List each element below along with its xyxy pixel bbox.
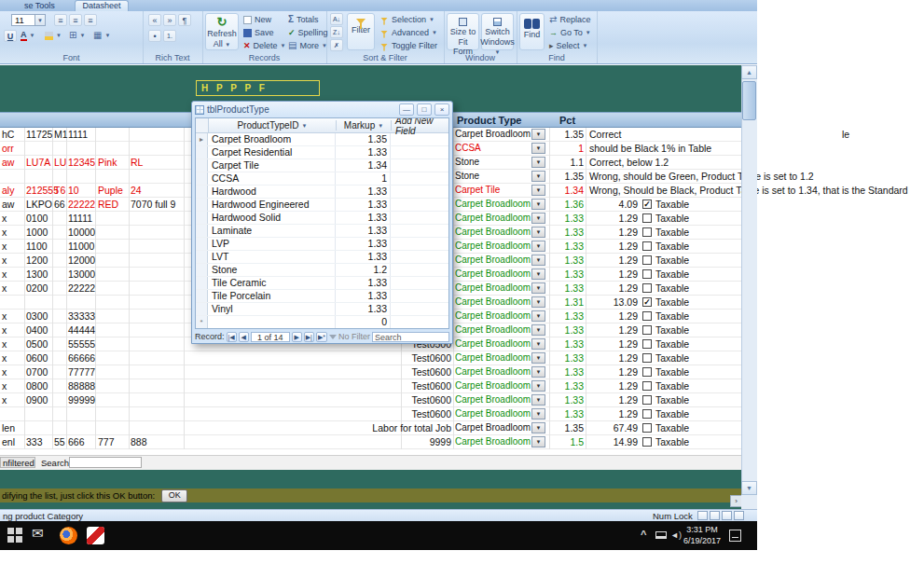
markup-cell[interactable]: 1.2 bbox=[336, 264, 391, 276]
cell-value[interactable]: x bbox=[2, 380, 7, 392]
dropdown-arrow-button[interactable]: ▼ bbox=[531, 171, 545, 182]
row-selector[interactable] bbox=[196, 186, 208, 198]
product-type-value[interactable]: Stone bbox=[455, 171, 479, 181]
popup-search-input[interactable]: Search bbox=[372, 332, 449, 342]
cell-value[interactable]: x bbox=[2, 394, 7, 406]
cell-value[interactable]: 11111 bbox=[68, 213, 92, 224]
pct-value[interactable]: 1.33 bbox=[546, 255, 584, 266]
taxable-checkbox[interactable]: ✓ bbox=[642, 297, 652, 307]
pct-value[interactable]: 1.5 bbox=[546, 436, 584, 447]
row-selector[interactable] bbox=[196, 225, 208, 237]
pct-value[interactable]: 1.1 bbox=[546, 157, 584, 168]
dropdown-arrow-button[interactable]: ▼ bbox=[531, 380, 545, 392]
cell-value[interactable]: x bbox=[2, 268, 7, 280]
product-type-value[interactable]: Carpet Broadloom bbox=[455, 296, 531, 307]
pct-value[interactable]: 1.33 bbox=[546, 352, 584, 364]
product-type-value[interactable]: Carpet Broadloom bbox=[455, 199, 531, 209]
close-button[interactable]: × bbox=[434, 103, 449, 116]
dropdown-arrow-button[interactable]: ▼ bbox=[531, 213, 545, 224]
scrollbar-thumb[interactable] bbox=[742, 81, 756, 120]
new-row-selector[interactable]: * bbox=[196, 316, 208, 328]
dropdown-arrow-button[interactable]: ▼ bbox=[531, 352, 545, 364]
markup-cell[interactable]: 1.33 bbox=[336, 146, 391, 158]
totals-button[interactable]: ΣTotals bbox=[288, 14, 319, 25]
markup-cell[interactable]: 1.33 bbox=[336, 277, 391, 289]
product-type-value[interactable]: Carpet Broadloom bbox=[455, 282, 531, 293]
product-type-value[interactable]: CCSA bbox=[455, 143, 481, 153]
pct-value[interactable]: 1.33 bbox=[546, 227, 584, 238]
cell-value[interactable]: x bbox=[2, 338, 7, 350]
markup-cell[interactable]: 1.33 bbox=[336, 225, 391, 237]
cell-value[interactable]: LU bbox=[54, 157, 66, 168]
new-field-cell[interactable] bbox=[391, 172, 448, 185]
cell-value[interactable]: 12000 bbox=[68, 255, 95, 266]
product-type-cell[interactable]: Carpet Residential bbox=[208, 146, 336, 158]
description-cell-value[interactable]: Test0600 bbox=[411, 380, 451, 392]
red-app-icon[interactable] bbox=[87, 527, 104, 544]
cell-value[interactable]: 0100 bbox=[26, 213, 48, 224]
taxable-checkbox[interactable] bbox=[642, 367, 652, 377]
description-cell-value[interactable]: Labor for total Job bbox=[372, 422, 451, 434]
new-field-cell[interactable] bbox=[391, 238, 448, 250]
new-field-cell[interactable] bbox=[391, 225, 448, 237]
row-selector[interactable] bbox=[196, 277, 208, 289]
markup-cell[interactable]: 1 bbox=[336, 172, 391, 185]
markup-cell[interactable]: 1.33 bbox=[336, 199, 391, 211]
pct-value[interactable]: 1.33 bbox=[546, 282, 584, 294]
select-all-cell[interactable] bbox=[196, 118, 209, 132]
product-type-value[interactable]: Carpet Broadloom bbox=[455, 227, 531, 237]
row-selector[interactable] bbox=[196, 172, 208, 185]
save-record-button[interactable]: Save bbox=[243, 27, 274, 38]
paragraph-marks-button[interactable]: ¶ bbox=[178, 14, 191, 26]
new-record-nav-button[interactable]: ▶* bbox=[316, 332, 327, 342]
taxable-checkbox[interactable] bbox=[642, 381, 652, 391]
dropdown-arrow-button[interactable]: ▼ bbox=[531, 282, 545, 294]
taxable-checkbox[interactable] bbox=[642, 269, 652, 279]
goto-button[interactable]: →Go To▼ bbox=[549, 27, 591, 38]
cell-value[interactable]: x bbox=[2, 310, 7, 322]
product-type-cell[interactable]: Hardwood Engineered bbox=[208, 199, 336, 211]
new-field-cell[interactable] bbox=[391, 316, 448, 328]
pct-value[interactable]: 1.34 bbox=[546, 185, 584, 196]
new-field-cell[interactable] bbox=[391, 146, 448, 158]
pct-value[interactable]: 1.33 bbox=[546, 213, 584, 224]
cell-value[interactable]: 22222 bbox=[68, 199, 95, 210]
cell-value[interactable]: x bbox=[2, 282, 7, 294]
column-header-producttypeid[interactable]: ProductTypeID▼ bbox=[209, 120, 337, 131]
markup-cell[interactable]: 1.33 bbox=[336, 290, 391, 302]
pct-value[interactable]: 1.33 bbox=[546, 310, 584, 322]
product-type-cell[interactable]: Vinyl bbox=[208, 303, 336, 315]
bullets-button[interactable]: • bbox=[148, 30, 161, 42]
new-field-cell[interactable] bbox=[391, 159, 448, 172]
pct-value[interactable]: 1.35 bbox=[546, 422, 584, 434]
product-type-value[interactable]: Carpet Broadloom bbox=[455, 436, 531, 447]
amount-value[interactable]: 1.29 bbox=[584, 352, 638, 364]
cell-value[interactable]: 666 bbox=[68, 436, 85, 447]
dropdown-arrow-button[interactable]: ▼ bbox=[531, 227, 545, 238]
new-record-button[interactable]: New bbox=[243, 14, 271, 25]
cell-value[interactable]: RED bbox=[98, 199, 118, 210]
pct-value[interactable]: 1.35 bbox=[546, 171, 584, 182]
product-type-value[interactable]: Carpet Broadloom bbox=[455, 310, 531, 321]
font-color-button[interactable]: A▼ bbox=[21, 30, 34, 41]
cell-value[interactable]: 33333 bbox=[68, 310, 95, 322]
selection-filter-button[interactable]: Selection▼ bbox=[379, 14, 434, 25]
refresh-all-button[interactable]: ↻ Refresh All ▼ bbox=[205, 13, 239, 50]
product-type-value[interactable]: Carpet Tile bbox=[455, 185, 500, 195]
row-selector[interactable] bbox=[196, 290, 208, 302]
cell-value[interactable]: 77777 bbox=[68, 366, 95, 378]
product-type-cell[interactable]: CCSA bbox=[208, 172, 336, 185]
amount-value[interactable]: 1.29 bbox=[584, 324, 638, 336]
cell-value[interactable]: 0800 bbox=[26, 380, 48, 392]
new-field-cell[interactable] bbox=[391, 264, 448, 276]
new-field-cell[interactable] bbox=[391, 303, 448, 315]
mail-app-icon[interactable]: ✉ bbox=[32, 525, 44, 542]
product-type-cell[interactable]: Tile Porcelain bbox=[208, 290, 336, 302]
cell-value[interactable]: x bbox=[2, 227, 7, 238]
row-selector[interactable]: ▸ bbox=[196, 133, 208, 145]
delete-record-button[interactable]: ✕Delete▼ bbox=[243, 40, 286, 51]
taskbar-clock[interactable]: 3:31 PM 6/19/2017 bbox=[681, 524, 724, 546]
description-cell-value[interactable]: Test0600 bbox=[411, 394, 451, 406]
cell-value[interactable]: x bbox=[2, 352, 7, 364]
record-search-input[interactable] bbox=[69, 457, 142, 468]
